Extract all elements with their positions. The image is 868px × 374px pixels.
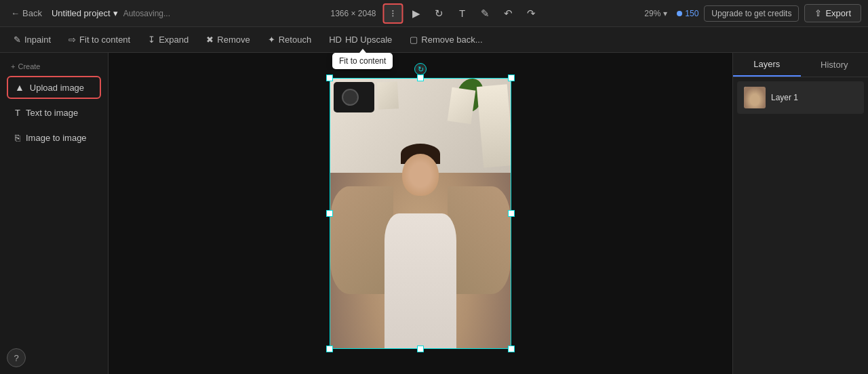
history-tab-label: History	[821, 60, 848, 70]
canvas-area[interactable]: ↻	[108, 53, 732, 374]
inpaint-label: Inpaint	[24, 35, 51, 45]
person-face	[402, 154, 439, 196]
pen-icon: ✎	[481, 7, 490, 20]
camera-shape	[334, 82, 374, 112]
pen-tool-button[interactable]: ✎	[475, 3, 496, 24]
credits-dot-icon	[677, 11, 682, 16]
hd-icon: HD	[329, 35, 342, 45]
upload-icon: ▲	[15, 82, 24, 93]
layer-thumbnail	[744, 87, 766, 108]
expand-icon: ↧	[148, 35, 155, 45]
sidebar-item-image-to-image[interactable]: ⎘ Image to image	[7, 127, 101, 149]
photo-strip-2	[448, 87, 476, 124]
photo-strip-3	[377, 81, 399, 110]
handle-middle-right[interactable]	[508, 210, 515, 217]
select-tool-button[interactable]: ▶	[406, 3, 427, 24]
left-sidebar: + Create ▲ Upload image T Text to image …	[0, 53, 108, 374]
rotate-icon: ↻	[435, 7, 443, 20]
create-label: Create	[18, 62, 40, 70]
fit-to-content-button[interactable]: ⁝	[383, 3, 403, 24]
layers-tab-label: Layers	[753, 59, 780, 69]
rotate-button[interactable]: ↻	[429, 3, 450, 24]
sidebar-bottom: ?	[7, 348, 101, 367]
handle-middle-left[interactable]	[326, 210, 333, 217]
toolbar2-container: ✎ Inpaint ⇨ Fit to content ↧ Expand ✖ Re…	[0, 27, 868, 53]
text-icon: T	[459, 7, 465, 19]
expand-label: Expand	[159, 35, 189, 45]
remove-bg-button[interactable]: ▢ Remove back...	[403, 32, 489, 47]
layer-1-name: Layer 1	[771, 93, 798, 102]
handle-top-right[interactable]	[508, 75, 515, 81]
undo-icon: ↶	[504, 7, 513, 20]
back-arrow-icon: ←	[11, 8, 20, 18]
topbar-left: ← Back Untitled project ▾ Autosaving...	[7, 5, 170, 21]
handle-top-middle[interactable]	[417, 75, 424, 81]
redo-button[interactable]: ↷	[521, 3, 542, 24]
undo-button[interactable]: ↶	[498, 3, 519, 24]
rotate-handle[interactable]: ↻	[414, 63, 427, 75]
zoom-value: 29%	[644, 9, 660, 18]
redo-icon: ↷	[527, 7, 536, 20]
inpaint-button[interactable]: ✎ Inpaint	[7, 32, 58, 47]
export-label: Export	[825, 8, 851, 18]
credits-count: 150	[685, 9, 698, 18]
fit-content-icon: ⇨	[68, 35, 76, 45]
create-icon: +	[11, 62, 15, 70]
canvas-size-display: 1366 × 2048	[326, 7, 380, 20]
export-button[interactable]: ⇧ Export	[804, 4, 861, 22]
handle-top-left[interactable]	[326, 75, 333, 81]
camera-lens	[342, 89, 359, 106]
handle-bottom-left[interactable]	[326, 346, 333, 352]
image-to-image-label: Image to image	[26, 133, 87, 143]
inpaint-icon: ✎	[14, 35, 21, 45]
person-shirt	[384, 213, 456, 348]
hd-upscale-button[interactable]: HD HD Upscale	[322, 32, 399, 47]
zoom-chevron-icon: ▾	[663, 9, 667, 18]
retouch-label: Retouch	[279, 35, 311, 45]
canvas-image[interactable]	[330, 78, 511, 349]
retouch-icon: ✦	[268, 35, 275, 45]
tab-layers[interactable]: Layers	[733, 53, 801, 77]
photo-background	[330, 79, 511, 348]
topbar-right: 29% ▾ 150 Upgrade to get credits ⇧ Expor…	[640, 4, 861, 22]
handle-bottom-middle[interactable]	[417, 346, 424, 352]
topbar: ← Back Untitled project ▾ Autosaving... …	[0, 0, 868, 27]
export-arrow-icon: ⇧	[814, 8, 822, 18]
remove-bg-icon: ▢	[410, 35, 418, 45]
toolbar2: ✎ Inpaint ⇨ Fit to content ↧ Expand ✖ Re…	[0, 27, 868, 53]
upload-image-label: Upload image	[30, 83, 84, 93]
text-to-image-label: Text to image	[26, 108, 78, 118]
autosave-status: Autosaving...	[123, 9, 170, 18]
canvas-wrapper: ↻	[330, 78, 511, 349]
project-name-text: Untitled project	[52, 8, 111, 18]
fit-to-content-tooltip: Fit to content	[332, 53, 393, 69]
tooltip-text: Fit to content	[339, 56, 386, 66]
zoom-control[interactable]: 29% ▾	[640, 6, 671, 21]
chevron-down-icon: ▾	[113, 8, 118, 18]
hd-upscale-label: HD Upscale	[345, 35, 392, 45]
back-button[interactable]: ← Back	[7, 5, 46, 21]
upgrade-button[interactable]: Upgrade to get credits	[704, 5, 799, 22]
project-name[interactable]: Untitled project ▾	[52, 8, 118, 18]
text-to-image-icon: T	[15, 108, 20, 118]
fit-content-label: Fit to content	[79, 35, 130, 45]
layer-item-1[interactable]: Layer 1	[737, 81, 864, 114]
sidebar-item-text-to-image[interactable]: T Text to image	[7, 102, 101, 124]
cursor-icon: ▶	[412, 7, 420, 20]
canvas-size-text: 1366 × 2048	[330, 9, 376, 18]
remove-button[interactable]: ✖ Remove	[199, 32, 256, 47]
expand-button[interactable]: ↧ Expand	[141, 32, 195, 47]
tab-history[interactable]: History	[801, 53, 869, 77]
remove-label: Remove	[217, 35, 250, 45]
right-sidebar: Layers History Layer 1	[732, 53, 868, 374]
help-button[interactable]: ?	[7, 348, 26, 367]
right-sidebar-tabs: Layers History	[733, 53, 868, 77]
sidebar-item-upload-image[interactable]: ▲ Upload image	[7, 76, 101, 99]
layer-thumb-inner	[744, 87, 766, 108]
fit-to-content-tool-button[interactable]: ⇨ Fit to content	[62, 32, 137, 47]
main-area: + Create ▲ Upload image T Text to image …	[0, 53, 868, 374]
text-tool-button[interactable]: T	[452, 3, 473, 24]
handle-bottom-right[interactable]	[508, 346, 515, 352]
retouch-button[interactable]: ✦ Retouch	[261, 32, 318, 47]
image-to-image-icon: ⎘	[15, 133, 20, 143]
